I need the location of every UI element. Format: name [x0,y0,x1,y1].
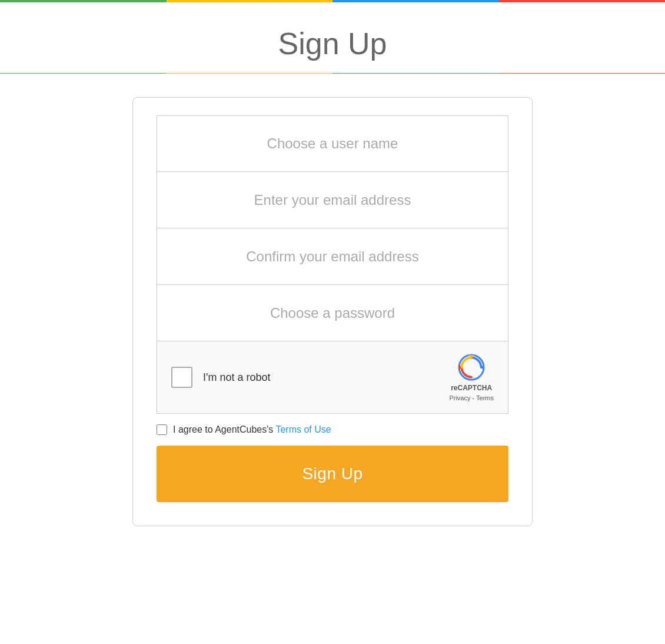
recaptcha-box: I'm not a robot reCAPTCHA Privacy [157,341,508,414]
terms-of-use-link[interactable]: Terms of Use [275,424,331,434]
terms-checkbox[interactable] [157,424,167,435]
top-bar-green [0,0,167,2]
top-rainbow-bar [0,0,665,2]
page-header: Sign Up [0,2,665,73]
confirm-email-wrapper [157,228,508,285]
password-input[interactable] [157,285,508,341]
page-title: Sign Up [0,26,665,61]
recaptcha-terms-link[interactable]: Terms [476,394,494,401]
signup-button[interactable]: Sign Up [157,446,508,502]
recaptcha-label: I'm not a robot [203,371,271,384]
username-input[interactable] [157,115,508,172]
recaptcha-right: reCAPTCHA Privacy - Terms [449,353,494,401]
recaptcha-left: I'm not a robot [171,367,271,388]
recaptcha-privacy-link[interactable]: Privacy [449,394,470,401]
email-input[interactable] [157,172,508,228]
recaptcha-icon [457,353,486,381]
top-bar-yellow [167,0,333,2]
password-wrapper [157,285,508,341]
top-bar-red [499,0,666,2]
recaptcha-checkbox[interactable] [171,367,192,388]
recaptcha-brand-label: reCAPTCHA [451,384,492,392]
username-wrapper [157,115,508,172]
main-content: I'm not a robot reCAPTCHA Privacy [0,74,665,550]
terms-row: I agree to AgentCubes's Terms of Use [157,414,508,441]
email-wrapper [157,172,508,228]
confirm-email-input[interactable] [157,228,508,285]
recaptcha-links: Privacy - Terms [449,394,494,401]
terms-text-label: I agree to AgentCubes's [173,424,275,434]
top-bar-blue [332,0,499,2]
terms-text: I agree to AgentCubes's Terms of Use [173,424,331,435]
signup-form-card: I'm not a robot reCAPTCHA Privacy [132,97,533,526]
